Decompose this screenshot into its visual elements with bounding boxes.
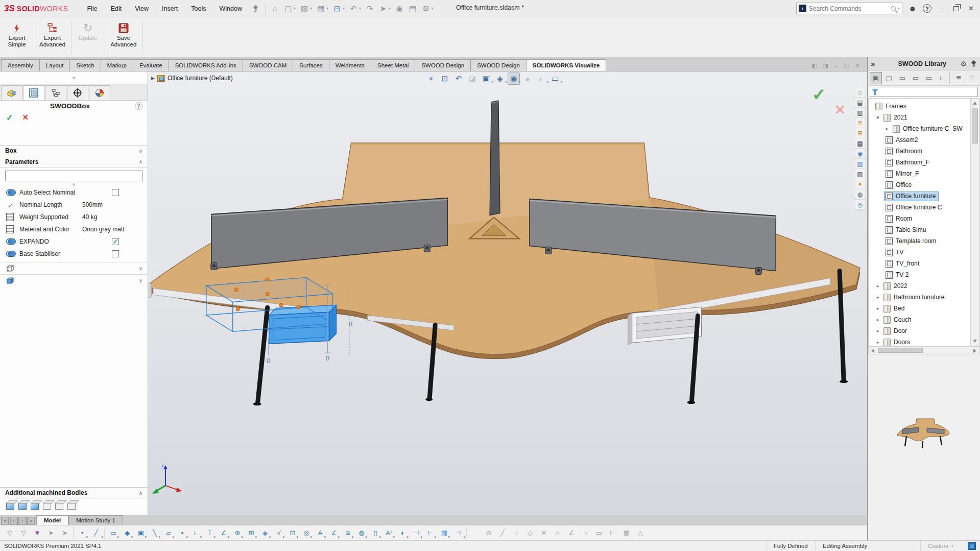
sketch-line-icon[interactable]: ╱: [89, 527, 105, 539]
line-sketch-icon[interactable]: ╱: [496, 527, 509, 539]
panel-resize-handle[interactable]: [73, 77, 75, 79]
zoom-previous-icon[interactable]: ↶: [452, 73, 465, 85]
model-tab-next-icon[interactable]: ›: [18, 517, 27, 525]
scroll-thumb[interactable]: [972, 108, 978, 143]
dialog-box-icon[interactable]: ⊡: [286, 527, 299, 539]
view-settings-icon[interactable]: ▭: [549, 73, 561, 85]
scroll-down-icon[interactable]: [973, 340, 977, 343]
view-frames-icon[interactable]: ▢: [883, 72, 895, 84]
origin-target-icon[interactable]: ⊕: [231, 527, 244, 539]
tree-item-doors[interactable]: Doors: [869, 337, 970, 346]
tags-icon[interactable]: [968, 542, 976, 550]
report-icon[interactable]: ≣: [854, 118, 866, 128]
update-button[interactable]: ↻ Update: [73, 17, 103, 57]
redo-icon[interactable]: ↷: [364, 3, 376, 14]
tree-expander-icon[interactable]: [874, 115, 882, 120]
tree-item-bed[interactable]: Bed: [869, 303, 970, 314]
machined-body-4[interactable]: [43, 502, 51, 510]
model-tab-last-icon[interactable]: »: [27, 517, 35, 525]
filter-icon[interactable]: ▽: [3, 527, 16, 539]
restore-document-icon[interactable]: ◱: [844, 62, 849, 69]
scroll-left-icon[interactable]: [871, 349, 874, 353]
edit-appearance-icon[interactable]: ●: [521, 73, 534, 85]
tree-item-mirror-f[interactable]: Mirror_F: [869, 168, 970, 179]
new-document-icon[interactable]: ▢: [282, 3, 297, 14]
param-auto-select-nominal[interactable]: Auto Select Nominal: [0, 186, 148, 199]
grid-system-icon[interactable]: ▦: [620, 527, 633, 539]
tree-item-template-room[interactable]: Template room: [869, 235, 970, 247]
tree-item-2021[interactable]: 2021: [869, 112, 970, 123]
pin-left-icon[interactable]: ⊣: [410, 527, 423, 539]
balloon-icon[interactable]: ◍: [355, 527, 368, 539]
section-resize-handle[interactable]: [73, 183, 75, 186]
instant3d-icon[interactable]: ⊣: [451, 527, 467, 539]
hide-show-items-icon[interactable]: ◉: [508, 73, 520, 85]
magnet-icon[interactable]: ◉: [393, 3, 405, 14]
collapse-pane-left-icon[interactable]: ◧: [811, 62, 817, 69]
polygon-sketch-icon[interactable]: ◇: [523, 527, 537, 539]
checkbox[interactable]: [112, 189, 119, 196]
view-home-icon[interactable]: ⌂: [854, 87, 866, 98]
tree-item-office-furniture-c-sw[interactable]: Office furniture C_SW: [869, 123, 970, 134]
feature-tree-root[interactable]: ▶ Office furniture (Default): [151, 75, 233, 82]
tree-expander-icon[interactable]: [883, 126, 891, 131]
corner-grid-icon[interactable]: ∟: [189, 527, 203, 539]
export-simple-button[interactable]: ExportSimple: [2, 17, 32, 57]
tab-dimxpert-manager[interactable]: [67, 85, 88, 100]
zoom-area-icon[interactable]: ⊡: [439, 73, 451, 85]
options-gear-icon[interactable]: ⚙: [420, 3, 435, 14]
tree-expander-icon[interactable]: [874, 317, 882, 322]
stamp-icon[interactable]: ▯: [369, 527, 382, 539]
minimize-button[interactable]: –: [941, 5, 944, 12]
close-document-icon[interactable]: ✕: [855, 62, 860, 69]
viewport[interactable]: 0 0 0 z: [148, 71, 867, 515]
arc-sketch-icon[interactable]: ∩: [551, 527, 564, 539]
tree-item-table-simu[interactable]: Table Simu: [869, 224, 970, 235]
tab-display-manager[interactable]: [89, 85, 110, 100]
tree-item-office-furniture[interactable]: Office furniture: [869, 190, 970, 202]
collapse-pane-right-icon[interactable]: ◨: [823, 62, 828, 69]
view-orientation-icon[interactable]: ▣: [480, 73, 492, 85]
tab-model[interactable]: Model: [36, 515, 68, 525]
menu-item[interactable]: File: [81, 3, 103, 14]
machining-icon[interactable]: ◍: [854, 189, 866, 200]
filter-stack-icon[interactable]: ▽: [17, 527, 30, 539]
model-tab-prev-icon[interactable]: ‹: [10, 517, 18, 525]
library-help-icon[interactable]: ?: [966, 72, 978, 84]
tree-item-assem2[interactable]: Assem2: [869, 134, 970, 146]
trim-sketch-icon[interactable]: ✕: [537, 527, 551, 539]
zoom-note-icon[interactable]: ◎: [300, 527, 313, 539]
tree-item-tv[interactable]: TV: [869, 247, 970, 258]
rectangle-icon[interactable]: ▭: [107, 527, 120, 539]
command-tab[interactable]: Weldments: [329, 59, 371, 71]
tree-horizontal-scrollbar[interactable]: [868, 346, 979, 354]
checkbox[interactable]: [112, 238, 119, 245]
machined-body-5[interactable]: [55, 502, 63, 510]
cutting-list-icon[interactable]: ▦: [854, 138, 866, 149]
tab-feature-manager[interactable]: [1, 85, 22, 100]
view-frames-large-icon[interactable]: ▣: [870, 72, 882, 84]
machined-body-1[interactable]: [6, 502, 14, 510]
scroll-thumb[interactable]: [878, 348, 923, 353]
tree-item-bathroom-f[interactable]: Bathroom_F: [869, 157, 970, 168]
tree-expander-icon[interactable]: [874, 328, 882, 333]
top-panel-section[interactable]: ∨: [0, 262, 148, 274]
panel-stock-icon[interactable]: ▥: [854, 159, 866, 169]
parameters-search-input[interactable]: [5, 171, 142, 181]
circle-sketch-icon[interactable]: ⊙: [482, 527, 495, 539]
tree-expander-icon[interactable]: [874, 295, 882, 300]
param-material-and-color[interactable]: Material and Color Orion gray matt: [0, 223, 148, 235]
smart-dimension-icon[interactable]: ⊤: [203, 527, 217, 539]
export-advanced-button[interactable]: ExportAdvanced: [34, 17, 70, 57]
bottom-panel-section[interactable]: ∨: [0, 274, 148, 286]
parameters-section-header[interactable]: Parameters∧: [0, 156, 148, 167]
user-account-icon[interactable]: ☻: [907, 4, 918, 14]
command-tab[interactable]: SWOOD CAM: [243, 59, 293, 71]
command-tab[interactable]: Layout: [39, 59, 70, 71]
confirmation-ok-icon[interactable]: ✓: [812, 85, 826, 104]
magnified-select-icon[interactable]: ➤: [58, 527, 74, 539]
point-icon[interactable]: ▪: [176, 527, 189, 539]
machined-body-6[interactable]: [67, 502, 76, 510]
viewport-3d-scene[interactable]: 0 0 0 z: [148, 71, 867, 515]
command-tab[interactable]: Sketch: [69, 59, 101, 71]
